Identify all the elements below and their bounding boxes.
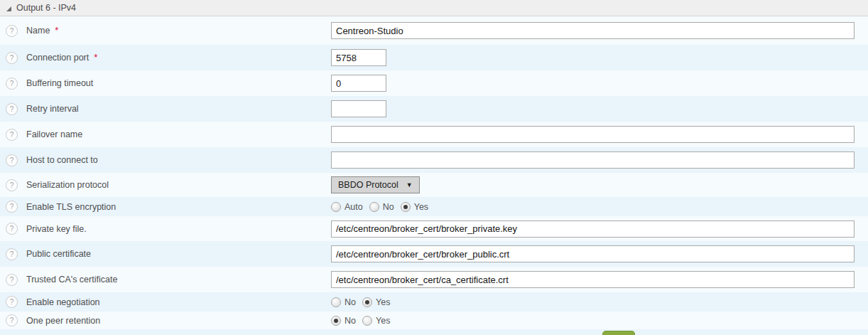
help-icon[interactable]: ? bbox=[6, 296, 18, 308]
row-label-group: ?One peer retention bbox=[6, 314, 331, 326]
help-icon[interactable]: ? bbox=[6, 179, 18, 191]
form-row-host-to-connect-to: ?Host to connect to bbox=[0, 147, 868, 173]
row-field bbox=[331, 220, 855, 238]
buffering-timeout-input[interactable] bbox=[331, 75, 386, 92]
row-field bbox=[331, 271, 855, 288]
public-certificate-input[interactable] bbox=[331, 245, 855, 262]
chevron-down-icon: ▼ bbox=[406, 181, 413, 188]
enable-negotiation-radio-group: NoYes bbox=[331, 297, 396, 307]
field-label: Buffering timeout bbox=[26, 78, 93, 88]
radio-yes[interactable] bbox=[362, 316, 372, 326]
radio-label: Yes bbox=[414, 202, 428, 212]
help-icon[interactable]: ? bbox=[6, 314, 18, 326]
form-row-connection-port: ?Connection port* bbox=[0, 45, 868, 70]
failover-name-input[interactable] bbox=[331, 126, 855, 143]
row-field bbox=[331, 75, 386, 92]
section-title: Output 6 - IPv4 bbox=[16, 3, 76, 13]
field-label: One peer retention bbox=[26, 316, 100, 326]
form-row-enable-negotiation: ?Enable negotiationNoYes bbox=[0, 292, 868, 312]
trusted-ca-s-certificate-input[interactable] bbox=[331, 271, 855, 288]
row-label-group: ?Buffering timeout bbox=[6, 78, 331, 90]
help-icon[interactable]: ? bbox=[6, 274, 18, 286]
radio-auto[interactable] bbox=[331, 202, 341, 212]
field-label: Name bbox=[26, 26, 50, 36]
row-field: NoYes bbox=[331, 316, 396, 326]
row-field bbox=[331, 126, 855, 143]
required-asterisk: * bbox=[94, 52, 97, 63]
radio-label: No bbox=[383, 202, 394, 212]
field-label: Retry interval bbox=[26, 104, 79, 114]
form-row-failover-name: ?Failover name bbox=[0, 122, 868, 147]
field-label: Host to connect to bbox=[26, 155, 98, 165]
row-label-group: ?Enable TLS encryption bbox=[6, 201, 331, 213]
help-icon[interactable]: ? bbox=[6, 52, 18, 64]
section-header[interactable]: Output 6 - IPv4 bbox=[0, 0, 868, 16]
name-input[interactable] bbox=[331, 22, 855, 39]
row-label-group: ?Name* bbox=[6, 25, 331, 37]
row-label-group: ?Serialization protocol bbox=[6, 179, 331, 191]
one-peer-retention-radio-group: NoYes bbox=[331, 316, 396, 326]
field-label: Failover name bbox=[26, 129, 82, 139]
collapse-triangle-icon[interactable] bbox=[6, 6, 11, 11]
row-label-group: ?Trusted CA's certificate bbox=[6, 274, 331, 286]
row-label-group: ?Host to connect to bbox=[6, 154, 331, 166]
field-label: Public certificate bbox=[26, 249, 91, 259]
field-label: Serialization protocol bbox=[26, 180, 109, 190]
form-rows: ?Name*?Connection port*?Buffering timeou… bbox=[0, 16, 868, 329]
form-row-serialization-protocol: ?Serialization protocolBBDO Protocol▼ bbox=[0, 173, 868, 197]
help-icon[interactable]: ? bbox=[6, 223, 18, 235]
row-field bbox=[331, 49, 386, 66]
help-icon[interactable]: ? bbox=[6, 248, 18, 260]
form-row-trusted-ca-s-certificate: ?Trusted CA's certificate bbox=[0, 267, 868, 292]
select-value: BBDO Protocol bbox=[338, 180, 398, 190]
radio-yes-selected[interactable] bbox=[362, 297, 372, 307]
radio-label: Yes bbox=[376, 316, 390, 326]
form-row-enable-tls-encryption: ?Enable TLS encryptionAutoNoYes bbox=[0, 197, 868, 216]
broker-output-config-form: Output 6 - IPv4 ?Name*?Connection port*?… bbox=[0, 0, 868, 335]
help-icon[interactable]: ? bbox=[6, 78, 18, 90]
radio-no-selected[interactable] bbox=[331, 316, 341, 326]
form-row-buffering-timeout: ?Buffering timeout bbox=[0, 70, 868, 96]
help-icon[interactable]: ? bbox=[6, 25, 18, 37]
row-label-group: ?Enable negotiation bbox=[6, 296, 331, 308]
row-label-group: ?Connection port* bbox=[6, 52, 331, 64]
row-label-group: ?Private key file. bbox=[6, 223, 331, 235]
row-label-group: ?Failover name bbox=[6, 129, 331, 141]
row-field bbox=[331, 22, 855, 39]
row-label-group: ?Public certificate bbox=[6, 248, 331, 260]
private-key-file-input[interactable] bbox=[331, 220, 855, 238]
radio-yes-selected[interactable] bbox=[401, 202, 411, 212]
help-icon[interactable]: ? bbox=[6, 201, 18, 213]
row-label-group: ?Retry interval bbox=[6, 103, 331, 115]
serialization-protocol-select[interactable]: BBDO Protocol▼ bbox=[331, 176, 420, 193]
radio-label: No bbox=[345, 297, 356, 307]
radio-label: No bbox=[345, 316, 356, 326]
row-field: AutoNoYes bbox=[331, 202, 435, 212]
field-label: Trusted CA's certificate bbox=[26, 275, 117, 285]
field-label: Connection port bbox=[26, 53, 89, 63]
form-row-private-key-file: ?Private key file. bbox=[0, 216, 868, 241]
row-field bbox=[331, 100, 386, 117]
form-row-one-peer-retention: ?One peer retentionNoYes bbox=[0, 312, 868, 329]
row-field bbox=[331, 151, 855, 169]
help-icon[interactable]: ? bbox=[6, 103, 18, 115]
form-row-retry-interval: ?Retry interval bbox=[0, 96, 868, 122]
partial-green-button[interactable] bbox=[602, 331, 635, 335]
radio-no[interactable] bbox=[331, 297, 341, 307]
radio-label: Yes bbox=[376, 297, 390, 307]
form-row-name: ?Name* bbox=[0, 16, 868, 45]
field-label: Private key file. bbox=[26, 224, 87, 234]
radio-no[interactable] bbox=[369, 202, 379, 212]
field-label: Enable TLS encryption bbox=[26, 202, 116, 212]
help-icon[interactable]: ? bbox=[6, 154, 18, 166]
required-asterisk: * bbox=[55, 25, 58, 36]
connection-port-input[interactable] bbox=[331, 49, 386, 66]
radio-label: Auto bbox=[345, 202, 363, 212]
enable-tls-encryption-radio-group: AutoNoYes bbox=[331, 202, 435, 212]
form-row-public-certificate: ?Public certificate bbox=[0, 241, 868, 267]
host-to-connect-to-input[interactable] bbox=[331, 151, 855, 169]
field-label: Enable negotiation bbox=[26, 297, 100, 307]
retry-interval-input[interactable] bbox=[331, 100, 386, 117]
row-field: BBDO Protocol▼ bbox=[331, 176, 420, 193]
help-icon[interactable]: ? bbox=[6, 129, 18, 141]
